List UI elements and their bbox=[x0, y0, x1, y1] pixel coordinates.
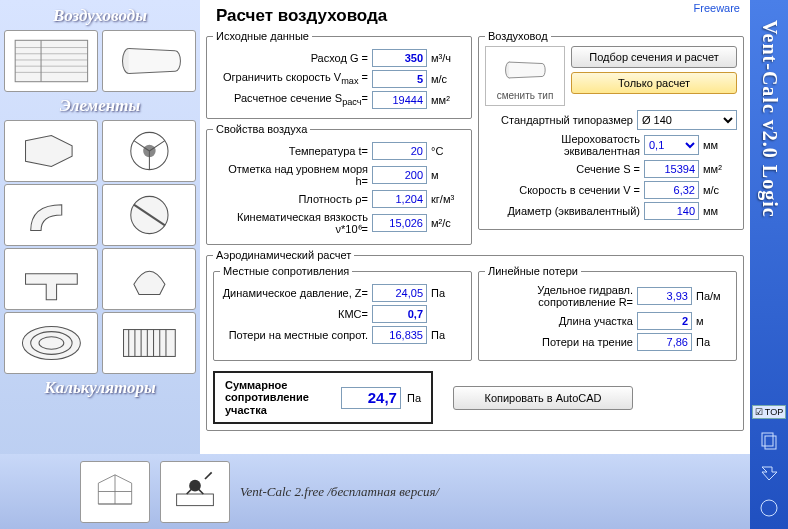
svg-rect-27 bbox=[765, 436, 776, 449]
svg-rect-24 bbox=[177, 494, 214, 506]
s-label: Сечение S = bbox=[485, 163, 640, 175]
duct-legend: Воздуховод bbox=[485, 30, 551, 42]
v-label: Скорость в сечении V = bbox=[485, 184, 640, 196]
tile-elbow[interactable] bbox=[4, 184, 98, 246]
vmax-label: Ограничить скорость Vmax = bbox=[213, 71, 368, 86]
rough-label: Шероховатость эквивалентная bbox=[485, 133, 640, 157]
sect-unit: мм² bbox=[431, 94, 465, 106]
tile-size-table[interactable] bbox=[4, 30, 98, 92]
air-fieldset: Свойства воздуха Температура t= °C Отмет… bbox=[206, 123, 472, 245]
calc-select-button[interactable]: Подбор сечения и расчет bbox=[571, 46, 737, 68]
d-unit: мм bbox=[703, 205, 737, 217]
kmc-label: КМС= bbox=[220, 308, 368, 320]
s-output bbox=[644, 160, 699, 178]
localloss-unit: Па bbox=[431, 329, 465, 341]
flow-label: Расход G = bbox=[213, 52, 368, 64]
len-unit: м bbox=[696, 315, 730, 327]
d-label: Диаметр (эквивалентный) bbox=[485, 205, 640, 217]
roughness-select[interactable]: 0,1 bbox=[644, 135, 699, 155]
z-unit: Па bbox=[431, 287, 465, 299]
r-unit: Па/м bbox=[696, 290, 730, 302]
version-text: Vent-Calc 2.free /бесплатная версия/ bbox=[240, 484, 439, 500]
ducts-header: Воздуховоды bbox=[4, 4, 196, 28]
duct-type-image[interactable]: сменить тип bbox=[485, 46, 565, 106]
z-output bbox=[372, 284, 427, 302]
tile-heater[interactable] bbox=[102, 312, 196, 374]
tile-tee[interactable] bbox=[4, 248, 98, 310]
tile-grille[interactable] bbox=[4, 312, 98, 374]
left-panel: Воздуховоды Элементы Калькуляторы bbox=[0, 0, 200, 529]
air-legend: Свойства воздуха bbox=[213, 123, 310, 135]
line-legend: Линейные потери bbox=[485, 265, 581, 277]
flow-unit: м³/ч bbox=[431, 52, 465, 64]
vmax-input[interactable] bbox=[372, 70, 427, 88]
r-label: Удельное гидравл. сопротивление R= bbox=[485, 284, 633, 308]
input-legend: Исходные данные bbox=[213, 30, 312, 42]
localloss-label: Потери на местные сопрот. bbox=[220, 329, 368, 341]
tile-fan[interactable] bbox=[102, 120, 196, 182]
localloss-output bbox=[372, 326, 427, 344]
export-icon[interactable] bbox=[756, 461, 782, 487]
aero-legend: Аэродинамический расчет bbox=[213, 249, 354, 261]
total-box: Суммарное сопротивление участка Па bbox=[213, 371, 433, 425]
alt-unit: м bbox=[431, 169, 465, 181]
visc-output bbox=[372, 214, 427, 232]
temp-unit: °C bbox=[431, 145, 465, 157]
round-duct-icon bbox=[495, 52, 555, 88]
total-label: Суммарное сопротивление участка bbox=[225, 379, 335, 417]
tile-cap[interactable] bbox=[102, 248, 196, 310]
tile-adapter[interactable] bbox=[4, 120, 98, 182]
copy-icon[interactable] bbox=[756, 427, 782, 453]
check-icon: ☑ bbox=[755, 407, 763, 417]
page-title: Расчет воздуховода bbox=[216, 6, 744, 26]
dens-unit: кг/м³ bbox=[431, 193, 465, 205]
r-output bbox=[637, 287, 692, 305]
z-label: Динамическое давление, Z= bbox=[220, 287, 368, 299]
calc-tile-1[interactable] bbox=[80, 461, 150, 523]
flow-input[interactable] bbox=[372, 49, 427, 67]
local-legend: Местные сопротивления bbox=[220, 265, 352, 277]
temp-input[interactable] bbox=[372, 142, 427, 160]
d-output bbox=[644, 202, 699, 220]
svg-rect-15 bbox=[123, 330, 175, 357]
kmc-input[interactable] bbox=[372, 305, 427, 323]
calculators-header: Калькуляторы bbox=[4, 376, 196, 400]
len-input[interactable] bbox=[637, 312, 692, 330]
dens-label: Плотность ρ= bbox=[213, 193, 368, 205]
help-icon[interactable] bbox=[756, 495, 782, 521]
duct-fieldset: Воздуховод сменить тип Подбор сечения и … bbox=[478, 30, 744, 230]
v-unit: м/с bbox=[703, 184, 737, 196]
line-loss-fieldset: Линейные потери Удельное гидравл. сопрот… bbox=[478, 265, 737, 360]
elements-header: Элементы bbox=[4, 94, 196, 118]
top-button[interactable]: ☑ TOP bbox=[752, 405, 786, 419]
total-unit: Па bbox=[407, 392, 421, 404]
building-icon bbox=[90, 469, 140, 514]
fric-label: Потери на трение bbox=[485, 336, 633, 348]
tile-damper[interactable] bbox=[102, 184, 196, 246]
content-area: Freeware Расчет воздуховода Исходные дан… bbox=[200, 0, 750, 454]
app-logo: Vent-Calc v2.0 Logic bbox=[758, 20, 781, 218]
svg-rect-0 bbox=[15, 40, 87, 81]
len-label: Длина участка bbox=[485, 315, 633, 327]
sect-output bbox=[372, 91, 427, 109]
svg-point-28 bbox=[761, 500, 777, 516]
fric-output bbox=[637, 333, 692, 351]
calc-tile-2[interactable] bbox=[160, 461, 230, 523]
local-loss-fieldset: Местные сопротивления Динамическое давле… bbox=[213, 265, 472, 360]
change-type-link[interactable]: сменить тип bbox=[497, 90, 554, 101]
copy-autocad-button[interactable]: Копировать в AutoCAD bbox=[453, 386, 633, 410]
bottom-bar: Vent-Calc 2.free /бесплатная версия/ bbox=[0, 454, 750, 529]
std-size-select[interactable]: Ø 140 bbox=[637, 110, 737, 130]
s-unit: мм² bbox=[703, 163, 737, 175]
tile-round-duct[interactable] bbox=[102, 30, 196, 92]
vmax-unit: м/с bbox=[431, 73, 465, 85]
temp-label: Температура t= bbox=[213, 145, 368, 157]
visc-unit: м²/с bbox=[431, 217, 465, 229]
calc-only-button[interactable]: Только расчет bbox=[571, 72, 737, 94]
dens-output bbox=[372, 190, 427, 208]
v-output bbox=[644, 181, 699, 199]
alt-input[interactable] bbox=[372, 166, 427, 184]
input-fieldset: Исходные данные Расход G = м³/ч Ограничи… bbox=[206, 30, 472, 119]
total-output bbox=[341, 387, 401, 409]
drafter-icon bbox=[170, 469, 220, 514]
